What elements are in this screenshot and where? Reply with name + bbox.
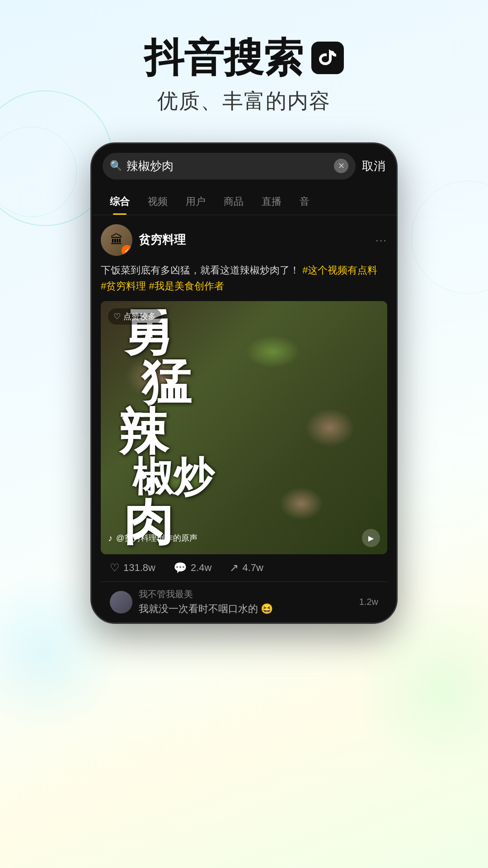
comment-text: 我就没一次看时不咽口水的 😆 xyxy=(139,602,353,616)
header: 抖音搜索 优质、丰富的内容 xyxy=(0,0,488,133)
app-title-text: 抖音搜索 xyxy=(144,36,303,80)
phone-inner: 🔍 辣椒炒肉 ✕ 取消 综合 视频 用户 商品 xyxy=(92,144,396,623)
tiktok-logo-icon xyxy=(311,42,344,74)
tab-bar: 综合 视频 用户 商品 直播 音 xyxy=(92,189,396,215)
search-cancel-button[interactable]: 取消 xyxy=(362,158,385,174)
comment-likes: 1.2w xyxy=(359,597,378,607)
tab-直播[interactable]: 直播 xyxy=(253,189,291,215)
username[interactable]: 贫穷料理 xyxy=(139,232,186,248)
overlay-char-3: 辣 xyxy=(119,407,169,457)
action-bar: ♡ 131.8w 💬 2.4w ↗ 4.7w xyxy=(101,554,387,582)
app-subtitle: 优质、丰富的内容 xyxy=(0,87,488,115)
heart-icon: ♡ xyxy=(113,311,121,321)
hashtag-1[interactable]: #这个视频有点料 xyxy=(302,264,377,276)
video-thumbnail[interactable]: 勇 猛 辣 椒炒 肉 ♡ 点赞较多 xyxy=(101,301,387,554)
play-button[interactable]: ▶ xyxy=(362,529,380,547)
audio-info: ♪ @贫穷料理创作的原声 xyxy=(108,533,197,543)
app-title-container: 抖音搜索 xyxy=(0,36,488,80)
like-count: 131.8w xyxy=(123,562,155,574)
comment-row: 我不管我最美 我就没一次看时不咽口水的 😆 1.2w xyxy=(101,582,387,623)
hashtag-2[interactable]: #贫穷料理 xyxy=(101,280,146,292)
video-badge: ♡ 点赞较多 xyxy=(108,308,161,325)
tab-用户[interactable]: 用户 xyxy=(177,189,215,215)
comment-icon: 💬 xyxy=(174,561,187,574)
overlay-char-4: 椒炒 xyxy=(132,457,214,498)
share-icon: ↗ xyxy=(230,561,239,574)
comment-action[interactable]: 💬 2.4w xyxy=(174,561,211,574)
like-action[interactable]: ♡ 131.8w xyxy=(110,561,155,574)
avatar-emoji: 🏛 xyxy=(110,232,123,247)
tiktok-svg xyxy=(316,47,339,69)
share-count: 4.7w xyxy=(242,562,263,574)
comment-avatar xyxy=(110,591,132,613)
like-icon: ♡ xyxy=(110,561,120,574)
audio-bar: ♪ @贫穷料理创作的原声 ▶ xyxy=(108,529,380,547)
tab-视频[interactable]: 视频 xyxy=(139,189,177,215)
content-card: 🏛 ✓ 贫穷料理 ··· 下饭菜到底有多凶猛，就看这道辣椒炒肉了！ #这个视频有… xyxy=(92,215,396,623)
user-info: 🏛 ✓ 贫穷料理 xyxy=(101,224,186,256)
comment-content: 我不管我最美 我就没一次看时不咽口水的 😆 xyxy=(139,588,353,616)
tab-商品[interactable]: 商品 xyxy=(215,189,253,215)
comment-count: 2.4w xyxy=(191,562,211,574)
share-action[interactable]: ↗ 4.7w xyxy=(230,561,263,574)
tab-音乐[interactable]: 音 xyxy=(291,189,319,215)
audio-label[interactable]: @贫穷料理创作的原声 xyxy=(116,533,197,543)
avatar[interactable]: 🏛 ✓ xyxy=(101,224,132,256)
search-input-wrapper[interactable]: 🔍 辣椒炒肉 ✕ xyxy=(103,153,356,179)
search-bar: 🔍 辣椒炒肉 ✕ 取消 xyxy=(92,144,396,189)
phone-container: 🔍 辣椒炒肉 ✕ 取消 综合 视频 用户 商品 xyxy=(0,142,488,624)
video-overlay-text: 勇 猛 辣 椒炒 肉 xyxy=(101,301,387,554)
tiktok-logo-small: ♪ xyxy=(108,533,113,543)
hashtag-3[interactable]: #我是美食创作者 xyxy=(149,280,224,292)
badge-text: 点赞较多 xyxy=(123,311,156,322)
user-row: 🏛 ✓ 贫穷料理 ··· xyxy=(101,224,387,256)
more-options-icon[interactable]: ··· xyxy=(375,234,387,246)
post-text: 下饭菜到底有多凶猛，就看这道辣椒炒肉了！ #这个视频有点料 #贫穷料理 #我是美… xyxy=(101,262,387,294)
overlay-char-2: 猛 xyxy=(141,358,191,407)
search-clear-button[interactable]: ✕ xyxy=(334,159,348,173)
search-icon: 🔍 xyxy=(110,160,122,172)
verified-badge: ✓ xyxy=(122,245,132,256)
search-query: 辣椒炒肉 xyxy=(127,158,329,174)
phone-mockup: 🔍 辣椒炒肉 ✕ 取消 综合 视频 用户 商品 xyxy=(90,142,398,624)
post-text-main: 下饭菜到底有多凶猛，就看这道辣椒炒肉了！ xyxy=(101,264,300,276)
tab-综合[interactable]: 综合 xyxy=(101,189,139,215)
comment-username: 我不管我最美 xyxy=(139,588,353,600)
